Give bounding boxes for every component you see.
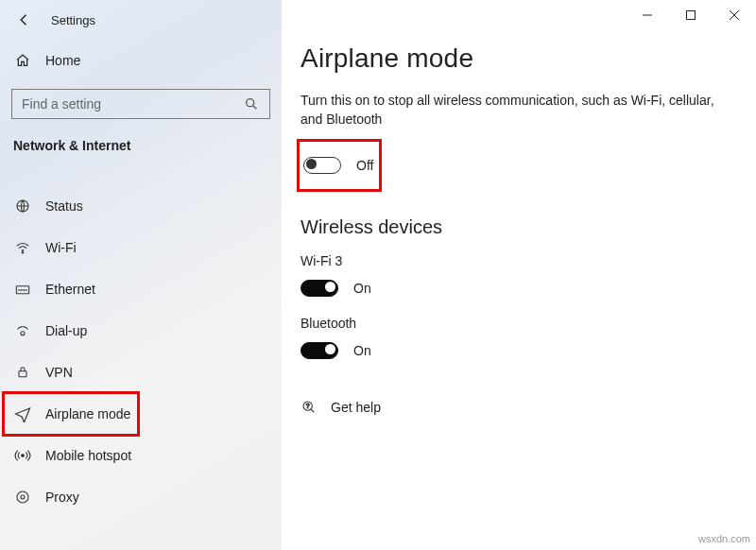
nav-label: Status: [45, 198, 83, 214]
app-title: Settings: [51, 13, 95, 27]
back-button[interactable]: [11, 7, 38, 33]
nav-hotspot[interactable]: Mobile hotspot: [0, 435, 282, 476]
help-icon: ?: [301, 399, 318, 416]
wifi-label: Wi-Fi 3: [301, 253, 756, 268]
nav-status[interactable]: Status: [0, 185, 282, 227]
toggle-knob: [325, 344, 335, 354]
search-input[interactable]: [11, 89, 270, 119]
nav-label: Proxy: [45, 490, 79, 505]
nav-label: Airplane mode: [45, 406, 130, 421]
close-button[interactable]: [713, 2, 756, 28]
wifi-toggle[interactable]: [301, 280, 338, 297]
bluetooth-toggle-state: On: [353, 343, 371, 358]
nav-label: Wi-Fi: [45, 240, 77, 255]
search-container: [11, 89, 270, 119]
minimize-button[interactable]: [626, 2, 669, 28]
wireless-header: Wireless devices: [301, 216, 756, 238]
highlight-toggle: Off: [297, 139, 382, 192]
home-button[interactable]: Home: [0, 42, 282, 79]
sidebar: Settings Home Network & Internet Status …: [0, 0, 282, 550]
nav-list: Status Wi-Fi Ethernet Dial-up VPN: [0, 185, 282, 518]
nav-dialup[interactable]: Dial-up: [0, 310, 282, 352]
svg-point-6: [22, 455, 25, 457]
toggle-knob: [306, 159, 317, 169]
sidebar-top: Settings: [0, 0, 282, 40]
wifi-toggle-state: On: [353, 281, 371, 296]
nav-airplane[interactable]: Airplane mode: [0, 393, 282, 435]
home-icon: [13, 53, 32, 68]
svg-point-4: [21, 332, 25, 335]
ethernet-icon: [13, 280, 32, 299]
help-label: Get help: [331, 400, 381, 415]
nav-wifi[interactable]: Wi-Fi: [0, 227, 282, 268]
svg-point-7: [17, 491, 28, 503]
bluetooth-toggle[interactable]: [301, 342, 338, 359]
nav-vpn[interactable]: VPN: [0, 352, 282, 393]
svg-point-8: [21, 495, 25, 499]
nav-label: Ethernet: [45, 282, 95, 297]
svg-text:?: ?: [306, 403, 310, 409]
airplane-toggle[interactable]: [303, 157, 341, 174]
svg-rect-10: [687, 11, 696, 20]
window-controls: [626, 2, 756, 28]
wifi-icon: [13, 238, 32, 257]
svg-point-0: [247, 99, 254, 107]
hotspot-icon: [13, 446, 32, 465]
airplane-toggle-state: Off: [356, 158, 373, 173]
toggle-knob: [325, 282, 335, 292]
dialup-icon: [13, 321, 32, 340]
globe-icon: [13, 197, 32, 215]
page-title: Airplane mode: [301, 43, 756, 74]
main-pane: Airplane mode Turn this on to stop all w…: [282, 0, 756, 550]
bluetooth-label: Bluetooth: [301, 316, 756, 331]
nav-label: Mobile hotspot: [45, 448, 131, 463]
nav-label: VPN: [45, 365, 73, 380]
nav-label: Dial-up: [45, 323, 87, 338]
get-help-link[interactable]: ? Get help: [301, 399, 756, 416]
page-description: Turn this on to stop all wireless commun…: [301, 91, 716, 129]
maximize-button[interactable]: [669, 2, 713, 28]
watermark: wsxdn.com: [698, 533, 750, 544]
nav-ethernet[interactable]: Ethernet: [0, 268, 282, 310]
nav-proxy[interactable]: Proxy: [0, 476, 282, 518]
airplane-icon: [13, 404, 32, 423]
svg-point-2: [22, 252, 23, 253]
svg-rect-5: [19, 371, 26, 377]
home-label: Home: [45, 53, 80, 68]
proxy-icon: [13, 488, 32, 507]
search-icon: [244, 96, 259, 112]
category-title: Network & Internet: [0, 132, 282, 168]
vpn-icon: [13, 363, 32, 382]
